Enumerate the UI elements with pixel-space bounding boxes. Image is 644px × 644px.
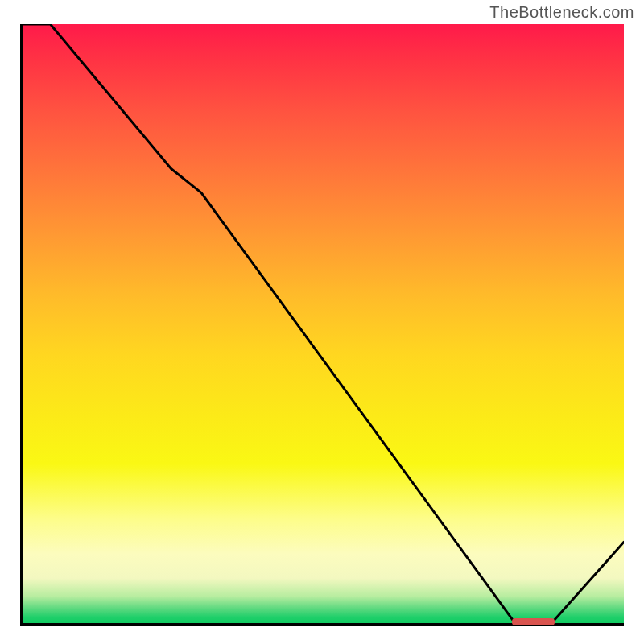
- chart-line-series: [20, 24, 624, 626]
- curve-minimum-marker: [512, 618, 555, 625]
- watermark-text: TheBottleneck.com: [489, 3, 634, 22]
